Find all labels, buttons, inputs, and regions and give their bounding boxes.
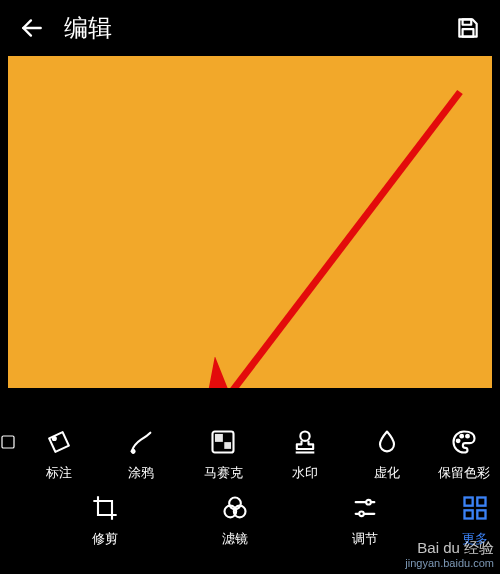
svg-rect-5 <box>2 436 14 448</box>
header-left: 编辑 <box>18 12 112 44</box>
mosaic-icon <box>209 428 237 456</box>
image-canvas[interactable] <box>8 56 492 388</box>
tool-label: 马赛克 <box>204 464 243 482</box>
pen-icon <box>0 428 16 456</box>
svg-line-4 <box>230 92 460 388</box>
svg-point-21 <box>359 512 364 517</box>
svg-point-10 <box>300 432 309 441</box>
annotation-arrow <box>8 56 492 388</box>
bottom-label: 滤镜 <box>222 530 248 548</box>
sliders-icon <box>351 494 379 522</box>
save-icon[interactable] <box>454 14 482 42</box>
tool-label: 标注 <box>46 464 72 482</box>
tool-label: 涂鸦 <box>128 464 154 482</box>
bottom-strip: 修剪 滤镜 调节 <box>0 488 500 574</box>
tool-label: 水印 <box>292 464 318 482</box>
tool-item-mosaic[interactable]: 马赛克 <box>182 428 264 482</box>
filter-icon <box>221 494 249 522</box>
svg-rect-25 <box>477 510 485 518</box>
bottom-label: 更多 <box>462 530 488 548</box>
tool-item-doodle[interactable]: 涂鸦 <box>100 428 182 482</box>
svg-rect-2 <box>463 29 474 37</box>
tool-item-blur[interactable]: 虚化 <box>346 428 428 482</box>
svg-point-14 <box>466 435 469 438</box>
svg-rect-24 <box>465 510 473 518</box>
svg-rect-8 <box>216 435 222 441</box>
svg-rect-22 <box>465 498 473 506</box>
tool-item-annotate[interactable]: 标注 <box>18 428 100 482</box>
back-icon[interactable] <box>18 14 46 42</box>
tool-item-watermark[interactable]: 水印 <box>264 428 346 482</box>
svg-rect-9 <box>225 443 230 448</box>
page-title: 编辑 <box>64 12 112 44</box>
bottom-item-filter[interactable]: 滤镜 <box>170 494 300 548</box>
svg-point-6 <box>53 437 56 440</box>
svg-rect-23 <box>477 498 485 506</box>
svg-point-12 <box>457 439 460 442</box>
tool-item-truncated-left[interactable]: ​ <box>0 428 18 479</box>
svg-point-13 <box>460 435 463 438</box>
bottom-item-more[interactable]: 更多 <box>430 494 500 548</box>
tool-item-retaincolor[interactable]: 保留色彩 <box>428 428 500 482</box>
crop-icon <box>91 494 119 522</box>
svg-point-19 <box>366 500 371 505</box>
stamp-icon <box>291 428 319 456</box>
tool-strip: ​ 标注 涂鸦 马赛克 <box>0 388 500 488</box>
svg-rect-1 <box>463 19 472 24</box>
tag-icon <box>45 428 73 456</box>
bottom-label: 调节 <box>352 530 378 548</box>
bottom-item-adjust[interactable]: 调节 <box>300 494 430 548</box>
grid-icon <box>461 494 489 522</box>
tool-label: 保留色彩 <box>438 464 490 482</box>
brush-icon <box>127 428 155 456</box>
header: 编辑 <box>0 0 500 56</box>
bottom-label: 修剪 <box>92 530 118 548</box>
bottom-item-crop[interactable]: 修剪 <box>40 494 170 548</box>
tool-label: 虚化 <box>374 464 400 482</box>
palette-icon <box>450 428 478 456</box>
droplet-icon <box>373 428 401 456</box>
